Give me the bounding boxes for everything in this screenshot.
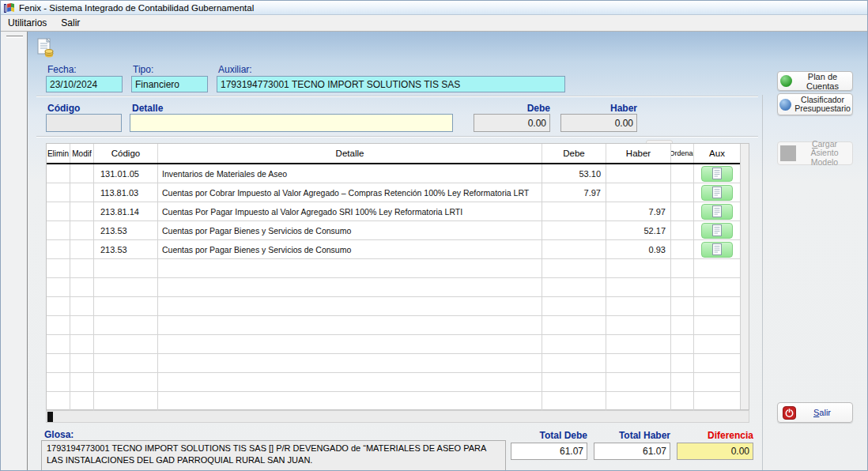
menu-item-salir[interactable]: Salir bbox=[54, 16, 87, 30]
tipo-input[interactable]: Financiero bbox=[131, 76, 208, 92]
fecha-label: Fecha: bbox=[47, 64, 77, 75]
cell-debe bbox=[542, 202, 606, 221]
cell-detalle bbox=[158, 373, 542, 392]
debe-input[interactable]: 0.00 bbox=[474, 114, 550, 132]
cell-código bbox=[94, 392, 158, 411]
cell-detalle bbox=[158, 316, 542, 335]
col-header-codigo: Código bbox=[94, 144, 158, 163]
cell-debe bbox=[542, 335, 606, 354]
table-header-row: Elimin Modif Código Detalle Debe Haber O… bbox=[47, 144, 740, 164]
table-vertical-scrollbar[interactable] bbox=[740, 144, 749, 409]
cell-haber bbox=[606, 392, 671, 411]
table-row-empty bbox=[47, 373, 740, 392]
cell-modif bbox=[70, 259, 94, 278]
table-horizontal-scrollbar[interactable] bbox=[46, 410, 749, 423]
aux-row-button[interactable] bbox=[701, 223, 733, 239]
application-window: { "window": { "title": "Fenix - Sistema … bbox=[0, 0, 868, 471]
window-title: Fenix - Sistema Integrado de Contabilida… bbox=[19, 3, 254, 13]
cell-aux bbox=[694, 183, 740, 202]
cell-modif bbox=[70, 392, 94, 411]
cell-modif bbox=[70, 354, 94, 373]
auxiliar-input[interactable]: 1793194773001 TECNO IMPORT SOLUTIONS TIS… bbox=[217, 76, 565, 92]
cell-elimin bbox=[47, 164, 70, 183]
cell-código bbox=[94, 297, 158, 316]
entries-table: Elimin Modif Código Detalle Debe Haber O… bbox=[46, 143, 749, 410]
cell-aux bbox=[694, 297, 740, 316]
cell-aux bbox=[694, 392, 740, 411]
table-row-empty bbox=[47, 278, 740, 297]
plan-de-cuentas-button[interactable]: Plan de Cuentas bbox=[777, 71, 853, 91]
cell-modif bbox=[70, 373, 94, 392]
aux-row-button[interactable] bbox=[701, 185, 733, 201]
cargar-asiento-modelo-button[interactable]: Cargar Asiento Modelo bbox=[777, 141, 853, 165]
cell-debe bbox=[542, 354, 606, 373]
horizontal-scrollbar-thumb[interactable] bbox=[47, 412, 53, 422]
detalle-input[interactable] bbox=[130, 114, 453, 132]
table-row[interactable]: 213.53Cuentas por Pagar Bienes y Servici… bbox=[47, 221, 740, 240]
aux-row-button[interactable] bbox=[701, 204, 733, 220]
total-haber-label: Total Haber bbox=[594, 430, 670, 441]
clasificador-label: Clasificador Presupuestario bbox=[794, 96, 851, 114]
plan-de-cuentas-label: Plan de Cuentas bbox=[795, 72, 850, 91]
glosa-textarea[interactable]: 1793194773001 TECNO IMPORT SOLUTIONS TIS… bbox=[41, 440, 506, 471]
cell-detalle bbox=[158, 392, 542, 411]
codigo-label: Código bbox=[47, 103, 80, 114]
table-row[interactable]: 213.53Cuentas por Pagar Bienes y Servici… bbox=[47, 240, 740, 259]
aux-row-button[interactable] bbox=[701, 242, 733, 258]
cell-haber bbox=[606, 373, 671, 392]
cell-debe bbox=[542, 297, 606, 316]
panel-right-border bbox=[762, 95, 763, 471]
collapsed-side-panel[interactable] bbox=[1, 32, 28, 471]
cell-haber: 7.97 bbox=[606, 202, 671, 221]
col-header-elimin: Elimin bbox=[47, 144, 70, 163]
cell-haber: 0.93 bbox=[606, 240, 671, 259]
cell-detalle bbox=[158, 297, 542, 316]
blue-sphere-icon bbox=[779, 99, 791, 111]
new-entry-document-icon[interactable] bbox=[36, 38, 55, 58]
cell-detalle: Cuentas por Cobrar Impuesto al Valor Agr… bbox=[158, 183, 542, 202]
cell-haber bbox=[606, 278, 671, 297]
client-area: Fecha: 23/10/2024 Tipo: Financiero Auxil… bbox=[1, 32, 868, 471]
col-header-modif: Modif bbox=[70, 144, 94, 163]
table-row[interactable]: 213.81.14Cuentas Por Pagar Impuesto al V… bbox=[47, 202, 740, 221]
cell-elimin bbox=[47, 183, 70, 202]
cell-debe: 7.97 bbox=[542, 183, 606, 202]
aux-row-button[interactable] bbox=[701, 166, 733, 182]
cell-ordenar bbox=[671, 259, 694, 278]
green-sphere-icon bbox=[780, 75, 792, 87]
cell-aux bbox=[694, 316, 740, 335]
cell-código bbox=[94, 278, 158, 297]
group-divider-top bbox=[36, 96, 758, 97]
codigo-input[interactable] bbox=[46, 114, 122, 132]
aux-document-icon bbox=[712, 243, 722, 255]
salir-button[interactable]: Salir bbox=[777, 402, 853, 423]
cell-ordenar bbox=[671, 335, 694, 354]
cell-ordenar bbox=[671, 354, 694, 373]
cell-ordenar bbox=[671, 297, 694, 316]
auxiliar-label: Auxiliar: bbox=[218, 64, 252, 75]
cell-elimin bbox=[47, 392, 70, 411]
title-bar: Fenix - Sistema Integrado de Contabilida… bbox=[1, 1, 868, 15]
cell-debe bbox=[542, 259, 606, 278]
cell-haber: 52.17 bbox=[606, 221, 671, 240]
table-row[interactable]: 113.81.03Cuentas por Cobrar Impuesto al … bbox=[47, 183, 740, 202]
power-icon bbox=[783, 406, 796, 420]
clasificador-presupuestario-button[interactable]: Clasificador Presupuestario bbox=[777, 93, 853, 115]
fecha-input[interactable]: 23/10/2024 bbox=[46, 76, 123, 92]
cell-ordenar bbox=[671, 240, 694, 259]
cell-ordenar bbox=[671, 221, 694, 240]
cell-elimin bbox=[47, 240, 70, 259]
cell-debe bbox=[542, 373, 606, 392]
table-row-empty bbox=[47, 297, 740, 316]
cell-debe bbox=[542, 316, 606, 335]
col-header-debe: Debe bbox=[542, 144, 606, 163]
haber-input[interactable]: 0.00 bbox=[560, 114, 637, 132]
panel-grip-handle[interactable] bbox=[6, 36, 23, 38]
table-row-empty bbox=[47, 259, 740, 278]
cell-haber bbox=[606, 183, 671, 202]
cell-haber bbox=[606, 316, 671, 335]
cell-haber bbox=[606, 259, 671, 278]
col-header-ordenar: Ordenar bbox=[671, 144, 694, 163]
table-row[interactable]: 131.01.05Inventarios de Materiales de As… bbox=[47, 164, 740, 183]
menu-item-utilitarios[interactable]: Utilitarios bbox=[1, 16, 54, 30]
